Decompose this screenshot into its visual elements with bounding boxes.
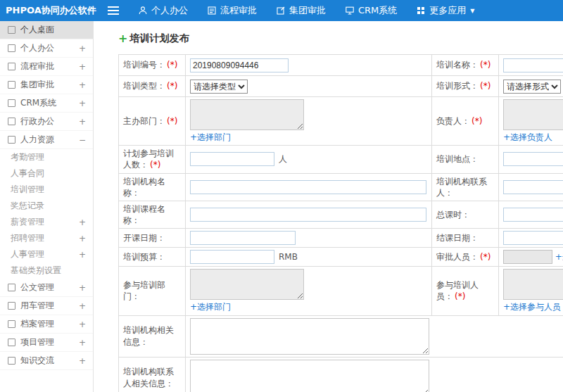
field-cell: +选择部门 <box>186 267 432 315</box>
sidebar-item-personnel[interactable]: 人事管理 + <box>0 246 93 263</box>
flow-icon <box>8 63 15 70</box>
label-cell: 主办部门：(*) <box>119 97 186 146</box>
expand-toggle[interactable]: + <box>79 217 86 227</box>
folder-icon <box>8 339 15 346</box>
field-cell <box>499 55 563 76</box>
org-contact-info-textarea[interactable] <box>190 360 429 392</box>
expand-toggle[interactable]: + <box>79 283 86 293</box>
required-mark: (*) <box>167 116 177 126</box>
label-cell: 培训类型：(*) <box>119 76 186 97</box>
main-content: + 培训计划发布 培训编号：(*) 培训名称：(*) <box>94 21 563 392</box>
field-cell: +选择参与人员 <box>499 267 563 315</box>
select-dept-link[interactable]: +选择部门 <box>190 132 231 143</box>
nav-label: 个人办公 <box>151 4 188 17</box>
expand-toggle[interactable]: + <box>79 356 86 366</box>
expand-toggle[interactable]: + <box>79 117 86 127</box>
course-name-input[interactable] <box>190 208 426 222</box>
label-cell: 参与培训部门： <box>119 267 186 315</box>
label-cell: 培训编号：(*) <box>119 55 186 76</box>
expand-toggle[interactable]: + <box>79 44 86 53</box>
select-leader-link[interactable]: +选择负责人 <box>503 132 552 143</box>
select-join-people-link[interactable]: +选择参与人员 <box>503 301 561 312</box>
training-name-input[interactable] <box>503 58 563 72</box>
end-date-input[interactable] <box>503 231 563 245</box>
table-row: 计划参与培训人数：(*) 人 培训地点： <box>119 146 563 173</box>
total-hours-input[interactable] <box>503 208 563 222</box>
nav-more-apps[interactable]: 更多应用 ▼ <box>416 4 474 17</box>
sidebar-item-knowledge[interactable]: 知识交流 + <box>0 352 93 370</box>
briefcase-icon <box>8 118 15 125</box>
nav-flow-approval[interactable]: 流程审批 <box>207 4 257 17</box>
required-mark: (*) <box>150 160 160 170</box>
org-info-textarea[interactable] <box>190 318 429 355</box>
nav-label: 集团审批 <box>289 4 326 17</box>
join-people-textarea[interactable] <box>503 269 563 300</box>
sidebar-item-crm[interactable]: CRM系统 + <box>0 94 93 113</box>
org-name-input[interactable] <box>190 180 426 194</box>
label-cell: 培训课程名称： <box>119 201 186 228</box>
budget-input[interactable] <box>190 250 274 264</box>
expand-toggle[interactable]: + <box>79 250 86 260</box>
sidebar-item-personal-office[interactable]: 个人办公 + <box>0 39 93 58</box>
expand-toggle[interactable]: + <box>79 80 86 90</box>
label-cell: 培训预算： <box>119 248 186 267</box>
field-cell: +选择审批人员 <box>499 248 563 267</box>
location-input[interactable] <box>503 152 563 166</box>
table-row: 参与培训部门： +选择部门 参与培训人员：(*) +选择参与人员 <box>119 267 563 315</box>
sidebar-item-admin-office[interactable]: 行政办公 + <box>0 113 93 131</box>
sidebar-item-rewards[interactable]: 奖惩记录 <box>0 198 93 214</box>
expand-toggle[interactable]: + <box>79 234 86 244</box>
training-type-select[interactable]: 请选择类型 <box>190 80 248 94</box>
host-dept-textarea[interactable] <box>190 99 304 130</box>
group-icon <box>8 81 15 89</box>
expand-toggle[interactable]: + <box>79 320 86 329</box>
training-number-input[interactable] <box>190 58 289 72</box>
expand-toggle[interactable]: + <box>79 301 86 311</box>
sidebar-item-salary[interactable]: 薪资管理 + <box>0 214 93 230</box>
plan-count-input[interactable] <box>190 152 274 166</box>
training-form-select[interactable]: 请选择形式 <box>503 80 561 94</box>
join-dept-textarea[interactable] <box>190 269 304 300</box>
required-mark: (*) <box>455 291 465 301</box>
sidebar-item-document-mgmt[interactable]: 公文管理 + <box>0 279 93 297</box>
sidebar-item-desktop[interactable]: 个人桌面 <box>0 21 93 39</box>
training-form: 培训编号：(*) 培训名称：(*) 培训类型：(*) 请选择类型 <box>118 54 563 392</box>
sidebar-item-archive-mgmt[interactable]: 档案管理 + <box>0 315 93 334</box>
sidebar-item-attendance[interactable]: 考勤管理 <box>0 149 93 165</box>
sidebar-item-recruit[interactable]: 招聘管理 + <box>0 230 93 246</box>
approver-input[interactable] <box>503 250 552 264</box>
field-cell <box>186 357 563 392</box>
sidebar-item-vehicle-mgmt[interactable]: 用车管理 + <box>0 297 93 315</box>
people-icon <box>8 136 15 144</box>
collapse-toggle[interactable]: − <box>79 135 86 145</box>
select-approver-link[interactable]: +选择审批人员 <box>555 252 563 262</box>
archive-icon <box>8 320 15 328</box>
expand-toggle[interactable]: + <box>79 99 86 108</box>
more-apps-icon <box>416 6 426 15</box>
desktop-icon <box>8 26 15 34</box>
nav-crm[interactable]: CRM系统 <box>345 4 397 17</box>
field-cell: +选择部门 <box>186 97 432 146</box>
required-mark: (*) <box>167 81 177 91</box>
org-contact-input[interactable] <box>503 180 563 194</box>
sidebar-item-training[interactable]: 培训管理 <box>0 182 93 198</box>
start-date-input[interactable] <box>190 231 296 245</box>
field-cell: 请选择类型 <box>186 76 432 97</box>
required-mark: (*) <box>480 252 491 262</box>
sidebar-item-hr-contract[interactable]: 人事合同 <box>0 165 93 182</box>
select-join-dept-link[interactable]: +选择部门 <box>190 301 231 312</box>
leader-textarea[interactable] <box>503 99 563 130</box>
hamburger-menu-icon[interactable] <box>108 6 119 15</box>
nav-personal-office[interactable]: 个人办公 <box>138 4 188 17</box>
sidebar-item-group-approval[interactable]: 集团审批 + <box>0 76 93 94</box>
field-cell: 人 <box>186 146 432 173</box>
sidebar-item-base-category[interactable]: 基础类别设置 <box>0 263 93 279</box>
expand-toggle[interactable]: + <box>79 62 86 72</box>
field-cell <box>186 55 432 76</box>
nav-label: 更多应用 <box>429 4 466 17</box>
sidebar-item-flow-approval[interactable]: 流程审批 + <box>0 58 93 76</box>
expand-toggle[interactable]: + <box>79 338 86 348</box>
sidebar-item-hr[interactable]: 人力资源 − <box>0 131 93 149</box>
nav-group-approval[interactable]: 集团审批 <box>276 4 326 17</box>
sidebar-item-project-mgmt[interactable]: 项目管理 + <box>0 334 93 352</box>
